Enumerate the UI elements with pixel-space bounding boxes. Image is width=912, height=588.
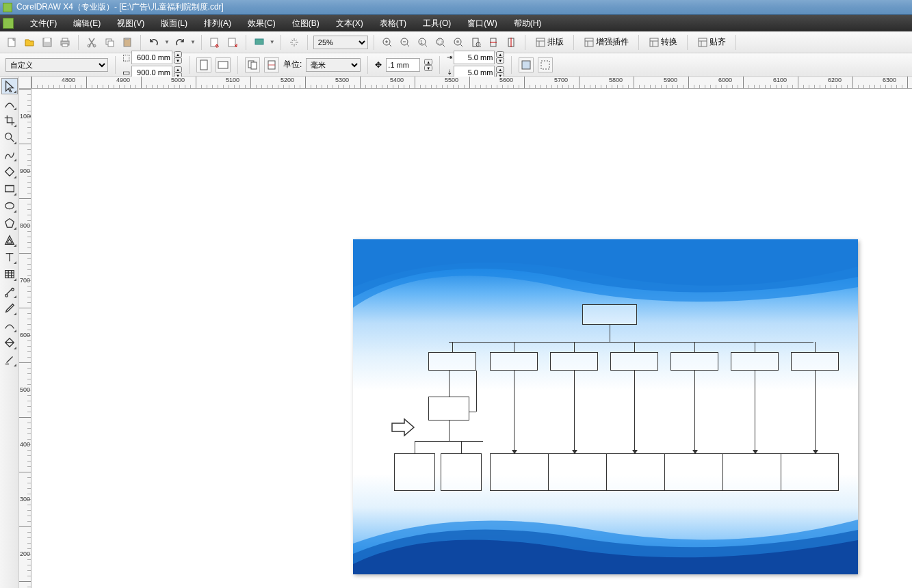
zoom-page-button[interactable] bbox=[469, 35, 484, 50]
landscape-button[interactable] bbox=[216, 57, 231, 72]
dup-x-input[interactable] bbox=[454, 51, 495, 64]
org-box-b2[interactable] bbox=[441, 453, 482, 491]
zoom-allobjects-button[interactable] bbox=[451, 35, 466, 50]
svg-rect-13 bbox=[229, 38, 235, 46]
nudge-down[interactable]: ▼ bbox=[424, 65, 432, 71]
units-select[interactable]: 毫米 bbox=[306, 58, 361, 72]
open-button[interactable] bbox=[22, 35, 37, 50]
zoom-onetoone-button[interactable]: 1 bbox=[415, 35, 430, 50]
menu-bar: 文件(F)编辑(E)视图(V)版面(L)排列(A)效果(C)位图(B)文本(X)… bbox=[0, 15, 912, 31]
nudge-input[interactable] bbox=[386, 58, 420, 72]
current-page-button[interactable] bbox=[264, 57, 279, 72]
org-box-l2-3[interactable] bbox=[610, 352, 658, 371]
menu-W[interactable]: 窗口(W) bbox=[459, 18, 505, 29]
page-width-input[interactable] bbox=[131, 51, 172, 64]
transform-panel-button[interactable]: 转换 bbox=[644, 36, 681, 48]
arrow-icon bbox=[391, 418, 415, 437]
paper-type-select[interactable]: 自定义 bbox=[5, 58, 108, 72]
snap-panel-button[interactable]: 贴齐 bbox=[693, 36, 730, 48]
width-up[interactable]: ▲ bbox=[174, 51, 182, 57]
window-title: CorelDRAW X4（专业版）- [E:\广告\儿童福利院制度.cdr] bbox=[16, 1, 224, 13]
all-pages-button[interactable] bbox=[245, 57, 260, 72]
menu-V[interactable]: 视图(V) bbox=[109, 18, 153, 29]
document-page[interactable] bbox=[353, 239, 858, 574]
freehand-tool[interactable] bbox=[1, 146, 18, 163]
import-button[interactable] bbox=[207, 35, 222, 50]
crop-tool[interactable] bbox=[1, 112, 18, 129]
ellipse-tool[interactable] bbox=[1, 198, 18, 214]
layout-panel-button[interactable]: 排版 bbox=[531, 36, 568, 48]
horizontal-ruler[interactable]: 4800490050005100520053005400550056005700… bbox=[31, 77, 912, 89]
menu-L[interactable]: 版面(L) bbox=[153, 18, 196, 29]
polygon-tool[interactable] bbox=[1, 215, 18, 231]
svg-rect-4 bbox=[62, 38, 68, 41]
table-tool[interactable] bbox=[1, 266, 18, 282]
svg-rect-11 bbox=[125, 38, 129, 40]
treat-as-filled-button[interactable] bbox=[519, 57, 534, 72]
print-button[interactable] bbox=[57, 35, 73, 50]
menu-F[interactable]: 文件(F) bbox=[22, 18, 65, 29]
org-box-l2-6[interactable] bbox=[791, 352, 839, 371]
zoom-level-select[interactable]: 25% bbox=[313, 36, 368, 49]
org-box-l2-5[interactable] bbox=[731, 352, 779, 371]
menu-H[interactable]: 帮助(H) bbox=[506, 18, 550, 29]
org-box-l2-0[interactable] bbox=[428, 352, 476, 371]
zoom-pagewidth-button[interactable] bbox=[486, 35, 501, 50]
org-box-l2-1[interactable] bbox=[490, 352, 538, 371]
text-tool[interactable] bbox=[1, 249, 18, 265]
menu-A[interactable]: 排列(A) bbox=[196, 18, 239, 29]
cut-button[interactable] bbox=[84, 35, 99, 50]
zoom-out-button[interactable] bbox=[398, 35, 413, 50]
org-box-b1[interactable] bbox=[394, 453, 435, 491]
redo-button[interactable] bbox=[172, 35, 187, 50]
app-launcher-button[interactable] bbox=[252, 35, 267, 50]
rectangle-tool[interactable] bbox=[1, 181, 18, 197]
portrait-button[interactable] bbox=[196, 57, 211, 72]
width-down[interactable]: ▼ bbox=[174, 57, 182, 64]
org-box-l2-4[interactable] bbox=[670, 352, 718, 371]
paste-button[interactable] bbox=[120, 35, 135, 50]
canvas-region: 4800490050005100520053005400550056005700… bbox=[19, 77, 912, 588]
undo-button[interactable] bbox=[146, 35, 161, 50]
basic-shapes-tool[interactable] bbox=[1, 232, 18, 248]
org-box-top[interactable] bbox=[582, 304, 637, 325]
units-label: 单位: bbox=[283, 59, 302, 70]
smart-fill-tool[interactable] bbox=[1, 163, 18, 180]
menu-O[interactable]: 工具(O) bbox=[415, 18, 459, 29]
svg-rect-28 bbox=[585, 38, 593, 46]
vertical-ruler[interactable]: 1000900800700600500400300200 bbox=[19, 89, 31, 588]
zoom-pageheight-button[interactable] bbox=[504, 35, 519, 50]
copy-button[interactable] bbox=[102, 35, 117, 50]
svg-rect-36 bbox=[522, 61, 530, 69]
eyedropper-tool[interactable] bbox=[1, 300, 18, 317]
dup-x-icon: ⇥ bbox=[447, 53, 452, 61]
interactive-fill-tool[interactable] bbox=[1, 351, 18, 368]
menu-X[interactable]: 文本(X) bbox=[328, 18, 372, 29]
svg-rect-30 bbox=[699, 38, 707, 46]
save-button[interactable] bbox=[40, 35, 55, 50]
zoom-selection-button[interactable] bbox=[433, 35, 448, 50]
interactive-tool[interactable] bbox=[1, 283, 18, 299]
nudge-up[interactable]: ▲ bbox=[424, 59, 432, 65]
new-button[interactable] bbox=[4, 35, 19, 50]
zoom-tool[interactable] bbox=[1, 129, 18, 146]
menu-T[interactable]: 表格(T) bbox=[372, 18, 415, 29]
fill-tool[interactable] bbox=[1, 334, 18, 351]
org-box-mid[interactable] bbox=[428, 397, 469, 420]
svg-rect-34 bbox=[251, 62, 257, 69]
pick-tool[interactable] bbox=[1, 78, 18, 94]
shape-tool[interactable] bbox=[1, 95, 18, 111]
outline-tool[interactable] bbox=[1, 317, 18, 334]
drawing-canvas[interactable] bbox=[31, 89, 912, 588]
welcome-button[interactable] bbox=[287, 35, 302, 50]
height-up[interactable]: ▲ bbox=[174, 66, 182, 72]
menu-C[interactable]: 效果(C) bbox=[239, 18, 284, 29]
addon-panel-button[interactable]: 增强插件 bbox=[579, 36, 633, 48]
menu-E[interactable]: 编辑(E) bbox=[65, 18, 109, 29]
snap-to-button[interactable] bbox=[538, 57, 553, 72]
ruler-origin[interactable] bbox=[19, 77, 31, 89]
export-button[interactable] bbox=[225, 35, 240, 50]
zoom-in-button[interactable] bbox=[380, 35, 395, 50]
menu-B[interactable]: 位图(B) bbox=[284, 18, 328, 29]
org-box-l2-2[interactable] bbox=[550, 352, 598, 371]
